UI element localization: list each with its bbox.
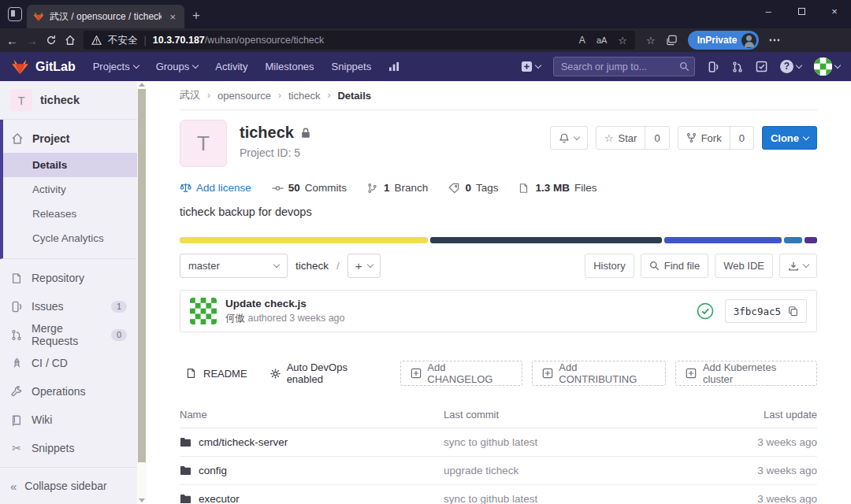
scroll-down-arrow[interactable] bbox=[139, 498, 145, 502]
history-button[interactable]: History bbox=[585, 254, 634, 278]
folder-icon bbox=[180, 465, 191, 476]
sidebar-item-wiki[interactable]: Wiki bbox=[0, 406, 137, 434]
help-menu[interactable]: ? bbox=[780, 60, 801, 73]
nav-snippets[interactable]: Snippets bbox=[332, 61, 372, 72]
sidebar-item-details[interactable]: Details bbox=[3, 153, 137, 177]
back-button[interactable]: ← bbox=[6, 34, 18, 47]
window-close-button[interactable]: × bbox=[818, 0, 851, 24]
add-favorite-icon[interactable]: ☆ bbox=[618, 35, 627, 46]
translate-icon[interactable]: aA bbox=[596, 35, 607, 45]
breadcrumb-subgroup[interactable]: opensource bbox=[217, 90, 271, 102]
web-ide-button[interactable]: Web IDE bbox=[715, 254, 773, 278]
inprivate-badge[interactable]: InPrivate bbox=[688, 31, 760, 50]
star-count[interactable]: 0 bbox=[645, 127, 668, 149]
browser-menu-icon[interactable] bbox=[769, 39, 780, 42]
notification-bell-button[interactable] bbox=[550, 126, 588, 150]
tags-stat[interactable]: 0Tags bbox=[448, 182, 498, 194]
sidebar-item-issues[interactable]: Issues 1 bbox=[0, 292, 137, 321]
table-row[interactable]: executor sync to github latest 3 weeks a… bbox=[180, 485, 817, 504]
fork-button-group[interactable]: Fork 0 bbox=[678, 126, 754, 150]
charts-icon[interactable] bbox=[388, 61, 400, 72]
fork-count[interactable]: 0 bbox=[730, 127, 753, 149]
nav-milestones[interactable]: Milestones bbox=[265, 61, 314, 72]
sidebar-item-ci-cd[interactable]: CI / CD bbox=[0, 349, 137, 377]
sidebar-item-merge-requests[interactable]: Merge Requests 0 bbox=[0, 321, 137, 349]
download-button[interactable] bbox=[779, 254, 817, 278]
refresh-button[interactable] bbox=[46, 35, 57, 46]
branch-selector[interactable]: master bbox=[180, 254, 288, 278]
address-bar[interactable]: 不安全 | 10.3.70.187/wuhan/opensource/tiche… bbox=[84, 31, 635, 50]
commits-stat[interactable]: 50Commits bbox=[272, 182, 347, 194]
search-input[interactable] bbox=[553, 57, 695, 76]
nav-groups[interactable]: Groups bbox=[156, 61, 199, 72]
clone-button[interactable]: Clone bbox=[762, 126, 817, 150]
commit-author-avatar[interactable] bbox=[190, 298, 217, 324]
user-menu[interactable] bbox=[814, 57, 840, 76]
find-file-button[interactable]: Find file bbox=[641, 254, 709, 278]
file-name-link[interactable]: config bbox=[199, 465, 227, 476]
branch-icon bbox=[367, 182, 379, 194]
todos-icon[interactable] bbox=[756, 61, 767, 72]
chevron-down-icon bbox=[834, 62, 841, 69]
home-button[interactable] bbox=[65, 35, 76, 46]
sidebar-item-repository[interactable]: Repository bbox=[0, 264, 137, 292]
commit-title-link[interactable]: Update check.js bbox=[225, 298, 345, 309]
file-name-link[interactable]: executor bbox=[199, 493, 240, 504]
collapse-sidebar-button[interactable]: « Collapse sidebar bbox=[0, 467, 137, 504]
table-row[interactable]: cmd/ticheck-server sync to github latest… bbox=[180, 428, 817, 457]
file-name-link[interactable]: cmd/ticheck-server bbox=[199, 436, 288, 448]
commit-message-link[interactable]: upgrade ticheck bbox=[444, 465, 715, 476]
commit-message-link[interactable]: sync to github latest bbox=[444, 493, 715, 504]
sidebar-item-operations[interactable]: Operations bbox=[0, 377, 137, 406]
readme-button[interactable]: README bbox=[180, 361, 254, 386]
favorites-icon[interactable]: ☆ bbox=[646, 35, 656, 46]
nav-projects[interactable]: Projects bbox=[93, 61, 139, 72]
window-minimize-button[interactable]: – bbox=[752, 0, 785, 24]
sidebar-scrollbar[interactable] bbox=[137, 81, 147, 504]
repo-root-link[interactable]: ticheck bbox=[295, 260, 329, 272]
sidebar-item-cycle-analytics[interactable]: Cycle Analytics bbox=[3, 226, 137, 250]
add-kubernetes-cluster-button[interactable]: Add Kubernetes cluster bbox=[675, 361, 817, 386]
add-changelog-button[interactable]: Add CHANGELOG bbox=[400, 361, 522, 386]
new-tab-button[interactable]: + bbox=[192, 8, 200, 24]
branches-stat[interactable]: 1Branch bbox=[367, 182, 428, 194]
scroll-up-arrow[interactable] bbox=[139, 83, 145, 87]
copy-icon[interactable] bbox=[788, 306, 798, 317]
fork-button[interactable]: Fork bbox=[678, 127, 730, 149]
browser-tab[interactable]: 武汉 / opensource / ticheck - Gi × bbox=[27, 5, 184, 28]
pipeline-passed-icon[interactable] bbox=[697, 302, 714, 320]
star-button-group[interactable]: ☆Star 0 bbox=[596, 126, 670, 150]
commit-author-link[interactable]: 何傲 bbox=[225, 313, 245, 324]
scrollbar-thumb[interactable] bbox=[138, 89, 146, 462]
read-aloud-icon[interactable]: A bbox=[579, 35, 585, 46]
add-license-link[interactable]: Add license bbox=[180, 182, 251, 194]
sidebar-item-project[interactable]: Project bbox=[3, 124, 137, 153]
collections-icon[interactable] bbox=[666, 35, 678, 46]
breadcrumb-group[interactable]: 武汉 bbox=[180, 88, 200, 102]
add-file-button[interactable]: + bbox=[347, 254, 381, 278]
language-bar[interactable] bbox=[180, 237, 817, 243]
auto-devops-button[interactable]: Auto DevOps enabled bbox=[263, 361, 391, 386]
tab-close-icon[interactable]: × bbox=[167, 11, 178, 23]
add-contributing-button[interactable]: Add CONTRIBUTING bbox=[532, 361, 667, 386]
sidebar-project-header[interactable]: T ticheck bbox=[0, 81, 137, 120]
merge-requests-icon[interactable] bbox=[732, 61, 743, 73]
forward-button[interactable]: → bbox=[26, 34, 38, 47]
table-row[interactable]: config upgrade ticheck 3 weeks ago bbox=[180, 457, 817, 485]
sidebar-item-releases[interactable]: Releases bbox=[3, 202, 137, 226]
gitlab-logo[interactable]: GitLab bbox=[11, 58, 76, 76]
vertical-tabs-icon[interactable] bbox=[8, 7, 22, 21]
nav-activity[interactable]: Activity bbox=[215, 61, 247, 72]
project-id: Project ID: 5 bbox=[240, 146, 311, 159]
project-avatar: T bbox=[180, 120, 227, 167]
commit-message-link[interactable]: sync to github latest bbox=[444, 436, 715, 448]
sidebar-item-activity[interactable]: Activity bbox=[3, 177, 137, 202]
issues-icon[interactable] bbox=[708, 61, 719, 73]
breadcrumb-project[interactable]: ticheck bbox=[288, 90, 320, 102]
files-stat[interactable]: 1.3 MBFiles bbox=[518, 182, 596, 194]
window-maximize-button[interactable] bbox=[785, 0, 818, 24]
star-icon: ☆ bbox=[604, 132, 614, 144]
star-button[interactable]: ☆Star bbox=[596, 127, 645, 149]
sidebar-item-snippets[interactable]: ✂ Snippets bbox=[0, 434, 137, 462]
new-menu-button[interactable] bbox=[521, 61, 541, 72]
